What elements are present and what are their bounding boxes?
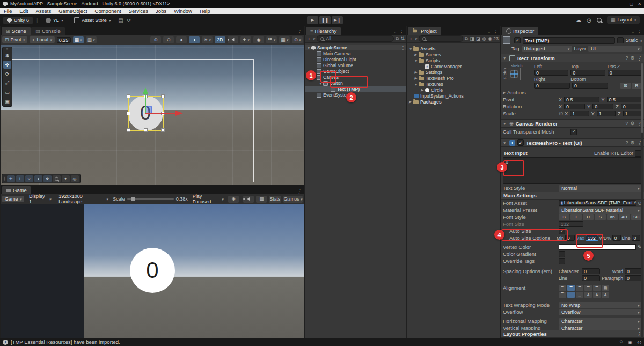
- unity-version-button[interactable]: Unity 6: [3, 17, 33, 24]
- tag-dropdown[interactable]: Untagged: [522, 46, 572, 52]
- notifications-muted-icon[interactable]: ⍾: [620, 339, 623, 345]
- tmp-component-header[interactable]: T TextMeshPro - Text (UI) ?⚙: [501, 138, 644, 147]
- component-menu-icon[interactable]: [637, 55, 642, 61]
- rect-posz-field[interactable]: 0: [608, 70, 642, 76]
- close-button[interactable]: ✕: [638, 2, 641, 6]
- shaded-wireframe-icon[interactable]: ⊙: [163, 36, 174, 43]
- hierarchy-search-input[interactable]: All: [317, 35, 394, 42]
- window-dock-icon[interactable]: ▤: [118, 17, 123, 23]
- align-right-button[interactable]: ☰: [576, 285, 583, 291]
- component-overlay-icon[interactable]: ☷: [266, 36, 277, 43]
- scene-options-icon[interactable]: [400, 45, 405, 50]
- package-filter-icon[interactable]: ◨: [470, 36, 474, 41]
- project-item-scripts[interactable]: Scripts: [407, 57, 500, 63]
- cloud-icon[interactable]: ☁: [576, 17, 581, 23]
- gizmos-dropdown[interactable]: Gizmos: [283, 196, 303, 203]
- sync-icon[interactable]: ⟳: [127, 18, 131, 23]
- progress-check-icon[interactable]: ◎: [637, 340, 641, 345]
- compass-icon[interactable]: ◎: [71, 175, 79, 182]
- 2d-mode-toggle[interactable]: 2D: [215, 36, 225, 43]
- move-gizmo[interactable]: [129, 86, 188, 129]
- panel-menu-icon[interactable]: [399, 30, 404, 35]
- grid-axis-icon[interactable]: ▦: [279, 36, 290, 43]
- pivot-x-field[interactable]: 0.5: [564, 97, 599, 102]
- panel-menu-icon[interactable]: [297, 30, 302, 35]
- create-dropdown[interactable]: [408, 35, 413, 42]
- moon-icon[interactable]: ◑: [34, 175, 42, 182]
- rect-left-field[interactable]: 0: [534, 70, 568, 76]
- menu-component[interactable]: Component: [91, 8, 125, 14]
- rect-top-field[interactable]: 0: [570, 70, 605, 76]
- vsync-grid-icon[interactable]: ▦: [256, 196, 267, 203]
- bold-button[interactable]: B: [559, 214, 569, 220]
- override-tags-checkbox[interactable]: [559, 258, 565, 264]
- snap-increment-toggle[interactable]: ▥: [86, 36, 97, 43]
- align-bottom-button[interactable]: ▁: [576, 292, 583, 298]
- align-baseline-button[interactable]: A: [584, 292, 592, 298]
- text-style-dropdown[interactable]: Normal: [559, 185, 642, 192]
- menu-jobs[interactable]: Jobs: [152, 8, 170, 14]
- focus-icon[interactable]: ⧉: [465, 36, 468, 42]
- lighting-toggle-icon[interactable]: ☀: [202, 36, 213, 43]
- lowercase-button[interactable]: ab: [607, 214, 618, 220]
- display-dropdown[interactable]: Display 1: [26, 193, 54, 205]
- align-top-button[interactable]: ▔: [559, 292, 566, 298]
- maximize-button[interactable]: ▢: [630, 2, 634, 6]
- project-item-gamemanager[interactable]: #GameManager: [407, 63, 500, 69]
- scale-x-field[interactable]: 1: [570, 111, 589, 116]
- scale-y-field[interactable]: 1: [597, 111, 616, 116]
- audio-mute-icon[interactable]: [228, 36, 238, 43]
- line-field[interactable]: 0: [632, 235, 640, 241]
- overlay-grip[interactable]: ≡: [6, 48, 9, 51]
- tab-inspector[interactable]: Inspector: [502, 27, 538, 35]
- gameobject-name-field[interactable]: Text (TMP): [523, 37, 615, 44]
- project-item-textmeshpro[interactable]: TextMesh Pro: [407, 75, 500, 81]
- step-button[interactable]: ▶❙: [332, 16, 343, 24]
- game-view-dropdown[interactable]: Game: [2, 196, 24, 202]
- line-spacing-field[interactable]: 0: [582, 275, 600, 281]
- asset-store-dropdown[interactable]: Asset Store: [70, 16, 114, 24]
- help-icon[interactable]: ?: [625, 121, 628, 126]
- rect-transform-header[interactable]: Rect Transform ?⚙: [501, 54, 644, 62]
- gizmos-dropdown-icon[interactable]: ⊕: [292, 36, 303, 43]
- overflow-dropdown[interactable]: Overflow: [559, 309, 642, 315]
- panel-menu-icon[interactable]: [493, 30, 497, 35]
- camera-settings-icon[interactable]: ✈: [240, 36, 251, 43]
- pivot-y-field[interactable]: 0.5: [607, 97, 642, 102]
- tab-hierarchy[interactable]: ≡Hierarchy: [306, 27, 341, 35]
- tmp-enabled-checkbox[interactable]: [517, 139, 524, 146]
- rotation-x-field[interactable]: 0: [564, 104, 585, 109]
- color-gradient-checkbox[interactable]: [559, 251, 565, 257]
- material-preset-dropdown[interactable]: LiberationSans SDF Material: [559, 207, 642, 214]
- rotation-z-field[interactable]: 0: [621, 104, 642, 109]
- play-button[interactable]: ▶: [307, 16, 318, 24]
- hierarchy-item-main-camera[interactable]: Main Camera: [305, 50, 406, 56]
- label-filter-icon[interactable]: ◪: [476, 36, 481, 41]
- align-geometry-button[interactable]: ▤: [602, 285, 609, 291]
- help-icon[interactable]: ?: [625, 140, 628, 145]
- resolution-dropdown[interactable]: 1920x1080 Landscape: [56, 193, 111, 205]
- align-middle-button[interactable]: ─: [567, 292, 575, 298]
- presets-icon[interactable]: ⚙: [630, 121, 634, 126]
- move-overlay-icon[interactable]: ✛: [7, 175, 15, 182]
- menu-gameobject[interactable]: GameObject: [55, 8, 91, 14]
- project-item-circle[interactable]: Circle: [407, 87, 500, 93]
- project-item-inputsystem-actions[interactable]: InputSystem_Actions: [407, 93, 500, 99]
- anchor-preset-button[interactable]: [508, 68, 521, 80]
- hierarchy-item-directional-light[interactable]: Directional Light: [305, 56, 406, 62]
- link-scale-icon[interactable]: ∅: [559, 111, 563, 116]
- help-icon[interactable]: ?: [625, 55, 628, 61]
- tab-console[interactable]: ▤Console: [31, 27, 65, 35]
- hierarchy-item-samplescene[interactable]: SampleScene: [305, 45, 406, 50]
- search-icon[interactable]: [597, 18, 602, 23]
- lock-icon[interactable]: ▫: [394, 30, 396, 35]
- search-overlay-icon[interactable]: [53, 175, 61, 182]
- align-midline-button[interactable]: A: [593, 292, 601, 298]
- underline-button[interactable]: U: [583, 214, 594, 220]
- project-item-packages[interactable]: Packages: [407, 99, 500, 105]
- menu-assets[interactable]: Assets: [32, 8, 55, 14]
- scene-viewport[interactable]: 0 ≡ ✽ ✛ ⟳: [1, 45, 304, 185]
- rotation-y-field[interactable]: 0: [592, 104, 613, 109]
- rotate-tool[interactable]: ⟳: [3, 70, 11, 78]
- scale-z-field[interactable]: 1: [623, 111, 642, 116]
